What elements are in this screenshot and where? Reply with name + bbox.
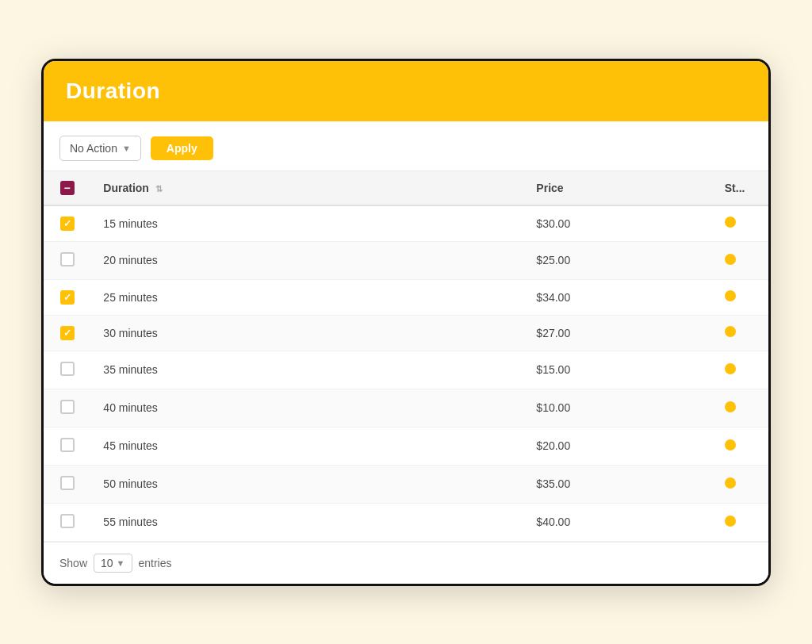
table-row: 45 minutes$20.00: [44, 427, 768, 465]
table-footer: Show 10 ▼ entries: [44, 542, 768, 584]
row-checkbox[interactable]: [60, 252, 75, 266]
no-action-label: No Action: [70, 142, 117, 155]
table-row: 50 minutes$35.00: [44, 465, 768, 503]
row-checkbox-cell: [44, 427, 90, 465]
chevron-down-icon: ▼: [117, 558, 125, 568]
table-row: 30 minutes$27.00: [44, 315, 768, 351]
row-price: $35.00: [523, 465, 711, 503]
status-dot-icon: [725, 217, 736, 228]
col-header-check: [44, 171, 90, 205]
row-checkbox-cell: [44, 315, 90, 351]
sort-icon-duration: ⇅: [155, 184, 163, 194]
status-dot-icon: [725, 326, 736, 337]
table-row: 55 minutes$40.00: [44, 503, 768, 541]
row-status: [712, 427, 768, 465]
row-checkbox-cell: [44, 351, 90, 389]
status-dot-icon: [725, 477, 736, 489]
row-checkbox-cell: [44, 205, 90, 242]
row-price: $25.00: [523, 241, 711, 279]
row-duration: 25 minutes: [90, 279, 523, 315]
row-status: [712, 503, 768, 541]
row-status: [712, 389, 768, 427]
row-status: [712, 315, 768, 351]
row-price: $40.00: [523, 503, 711, 541]
row-duration: 45 minutes: [90, 427, 523, 465]
row-status: [712, 205, 768, 242]
entries-select[interactable]: 10 ▼: [94, 554, 132, 573]
show-label: Show: [59, 557, 87, 569]
row-duration: 30 minutes: [90, 315, 523, 351]
select-all-checkbox[interactable]: [60, 181, 75, 195]
row-checkbox[interactable]: [60, 476, 75, 490]
status-dot-icon: [725, 290, 736, 301]
row-status: [712, 351, 768, 389]
row-status: [712, 465, 768, 503]
row-checkbox[interactable]: [60, 362, 75, 376]
no-action-dropdown[interactable]: No Action ▼: [59, 136, 141, 161]
row-duration: 55 minutes: [90, 503, 523, 541]
row-duration: 35 minutes: [90, 351, 523, 389]
row-price: $10.00: [523, 389, 711, 427]
row-checkbox[interactable]: [60, 514, 75, 528]
row-checkbox[interactable]: [60, 326, 75, 340]
row-checkbox-cell: [44, 503, 90, 541]
row-checkbox-cell: [44, 389, 90, 427]
row-duration: 50 minutes: [90, 465, 523, 503]
row-duration: 40 minutes: [90, 389, 523, 427]
row-price: $34.00: [523, 279, 711, 315]
page-header: Duration: [44, 61, 768, 121]
toolbar: No Action ▼ Apply: [44, 121, 768, 171]
row-status: [712, 241, 768, 279]
row-checkbox[interactable]: [60, 290, 75, 305]
entries-value: 10: [101, 557, 113, 569]
row-price: $15.00: [523, 351, 711, 389]
row-price: $27.00: [523, 315, 711, 351]
status-dot-icon: [725, 401, 736, 412]
status-dot-icon: [725, 516, 736, 527]
status-dot-icon: [725, 363, 736, 374]
row-price: $20.00: [523, 427, 711, 465]
device-frame: Duration No Action ▼ Apply Duration ⇅: [41, 59, 771, 586]
row-checkbox-cell: [44, 465, 90, 503]
row-checkbox[interactable]: [60, 217, 75, 231]
page-title: Duration: [66, 79, 160, 103]
table-row: 15 minutes$30.00: [44, 205, 768, 242]
row-checkbox-cell: [44, 241, 90, 279]
status-dot-icon: [725, 439, 736, 450]
row-status: [712, 279, 768, 315]
row-price: $30.00: [523, 205, 711, 242]
chevron-down-icon: ▼: [122, 144, 131, 153]
table-body: 15 minutes$30.0020 minutes$25.0025 minut…: [44, 205, 768, 542]
col-header-duration[interactable]: Duration ⇅: [90, 171, 523, 205]
col-header-price[interactable]: Price: [523, 171, 711, 205]
table-row: 35 minutes$15.00: [44, 351, 768, 389]
entries-label: entries: [139, 557, 172, 569]
duration-table: Duration ⇅ Price St... 15 minutes$30.002…: [44, 171, 768, 542]
table-row: 20 minutes$25.00: [44, 241, 768, 279]
row-duration: 20 minutes: [90, 241, 523, 279]
table-row: 25 minutes$34.00: [44, 279, 768, 315]
col-header-status: St...: [712, 171, 768, 205]
status-dot-icon: [725, 254, 736, 265]
row-checkbox[interactable]: [60, 438, 75, 452]
row-checkbox[interactable]: [60, 400, 75, 414]
apply-button[interactable]: Apply: [151, 136, 213, 160]
row-duration: 15 minutes: [90, 205, 523, 242]
table-container: Duration ⇅ Price St... 15 minutes$30.002…: [44, 171, 768, 542]
table-header-row: Duration ⇅ Price St...: [44, 171, 768, 205]
table-row: 40 minutes$10.00: [44, 389, 768, 427]
row-checkbox-cell: [44, 279, 90, 315]
